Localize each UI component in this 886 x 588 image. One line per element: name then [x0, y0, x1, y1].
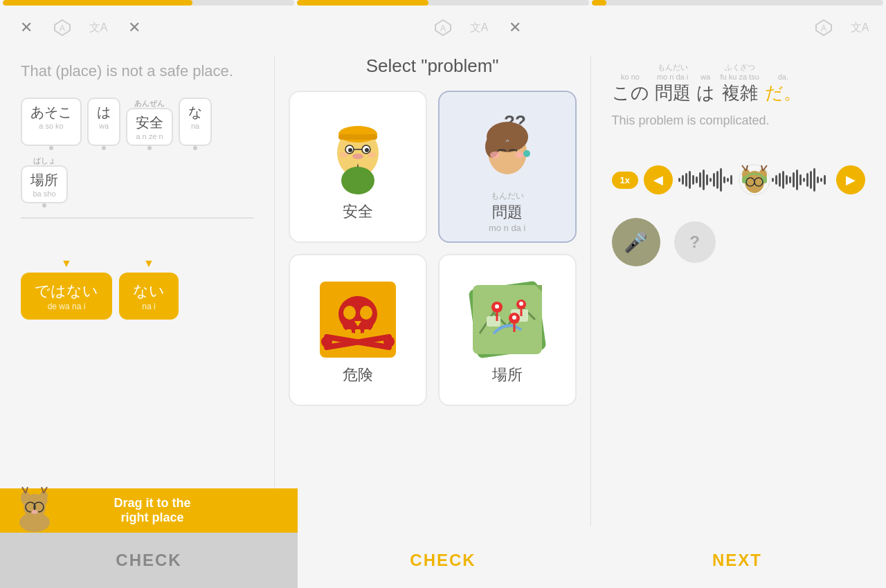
svg-point-31 — [343, 306, 356, 320]
word-chip[interactable]: なna — [179, 98, 212, 146]
progress-bars — [0, 0, 886, 6]
speed-badge[interactable]: 1x — [612, 172, 638, 189]
svg-rect-94 — [820, 178, 822, 182]
waveform — [678, 163, 831, 197]
help-button[interactable]: ? — [674, 221, 716, 263]
char-button-1[interactable]: ないna i — [119, 273, 179, 320]
image-card-anzen[interactable]: 安全 — [289, 91, 427, 243]
svg-text:A: A — [440, 24, 446, 33]
svg-rect-87 — [796, 169, 798, 190]
svg-rect-81 — [775, 175, 777, 185]
image-card-kiken[interactable]: 危険 — [289, 254, 427, 406]
svg-point-12 — [365, 148, 369, 152]
svg-rect-8 — [338, 134, 377, 140]
translate-icon-mid[interactable]: 文A — [467, 15, 491, 40]
translate-icon-left[interactable]: 文A — [86, 15, 111, 40]
svg-rect-80 — [772, 178, 774, 182]
svg-point-50 — [519, 302, 523, 306]
svg-rect-84 — [786, 175, 788, 185]
word-chip[interactable]: ばしょ場所ba sho — [21, 165, 68, 203]
toolbar-left: ✕ A 文A ✕ — [14, 15, 147, 40]
progress-bar-left — [3, 0, 294, 6]
jp-word-4: da.だ。 — [765, 73, 802, 105]
svg-rect-54 — [689, 171, 691, 189]
progress-bar-right — [592, 0, 883, 6]
svg-rect-88 — [799, 174, 802, 185]
svg-rect-65 — [727, 178, 729, 182]
svg-text:A: A — [821, 24, 826, 33]
svg-rect-34 — [355, 329, 361, 336]
svg-rect-93 — [817, 176, 819, 183]
center-panel: Select "problem" 安全 ?? — [275, 48, 590, 533]
svg-point-20 — [368, 152, 376, 158]
mic-button[interactable]: 🎤 — [612, 218, 660, 266]
toolbar-right: A 文A — [811, 15, 872, 40]
svg-rect-55 — [692, 175, 694, 185]
close-icon-left[interactable]: ✕ — [14, 15, 39, 40]
close-icon-left2[interactable]: ✕ — [122, 15, 147, 40]
svg-rect-35 — [364, 329, 370, 336]
svg-rect-82 — [779, 173, 781, 187]
svg-point-32 — [360, 306, 372, 320]
svg-point-49 — [512, 315, 516, 320]
japanese-sentence: ko noこのもんだいmo n da i問題waはふくざつfu ku za ts… — [612, 62, 865, 105]
svg-point-27 — [523, 150, 530, 157]
close-icon-mid[interactable]: ✕ — [503, 15, 527, 40]
progress-bar-mid — [297, 0, 588, 6]
svg-rect-59 — [706, 174, 708, 185]
svg-rect-60 — [709, 178, 712, 182]
hint-icon-mid[interactable]: A — [431, 15, 455, 40]
svg-rect-63 — [720, 168, 722, 192]
image-card-basho[interactable]: 場所 — [438, 254, 577, 406]
svg-rect-61 — [713, 173, 715, 187]
svg-rect-53 — [685, 173, 687, 187]
progress-bar-mid-fill — [297, 0, 428, 6]
check-button-left[interactable]: CHECK — [0, 533, 298, 588]
svg-rect-66 — [730, 175, 732, 185]
drag-hint-bar: !! Drag it to theright place — [0, 488, 298, 533]
answer-area[interactable] — [21, 217, 253, 259]
svg-rect-83 — [782, 171, 784, 189]
word-chip[interactable]: あんぜん安全a n ze n — [126, 108, 173, 146]
jp-word-3: ふくざつfu ku za tsu複雑 — [721, 62, 759, 105]
svg-rect-64 — [723, 176, 725, 183]
svg-point-19 — [340, 152, 348, 158]
svg-rect-92 — [813, 168, 815, 192]
svg-rect-33 — [346, 329, 352, 336]
play-next-btn[interactable]: ▶ — [836, 165, 865, 194]
jp-word-1: もんだいmo n da i問題 — [655, 62, 691, 105]
image-card-mondai[interactable]: ?? もんだい問題mo n da i — [438, 91, 577, 243]
right-panel: ko noこのもんだいmo n da i問題waはふくざつfu ku za ts… — [591, 48, 886, 533]
svg-point-48 — [495, 304, 499, 309]
hint-icon-left[interactable]: A — [50, 15, 75, 40]
word-chips: あそこa so koはwaあんぜん安全a n ze nなnaばしょ場所ba sh… — [21, 94, 253, 203]
svg-rect-86 — [793, 172, 795, 187]
svg-rect-95 — [824, 175, 826, 185]
translate-icon-right[interactable]: 文A — [847, 15, 872, 40]
toolbar: ✕ A 文A ✕ A 文A ✕ A 文A — [0, 7, 886, 48]
svg-rect-91 — [810, 171, 812, 189]
hint-icon-right[interactable]: A — [811, 15, 836, 40]
next-button[interactable]: NEXT — [588, 533, 886, 588]
svg-rect-56 — [696, 176, 698, 183]
word-chip[interactable]: はwa — [87, 98, 120, 146]
svg-point-26 — [515, 151, 525, 158]
svg-point-11 — [348, 148, 352, 152]
word-chip[interactable]: あそこa so ko — [21, 98, 82, 146]
play-prev-btn[interactable]: ◀ — [644, 165, 673, 194]
svg-point-108 — [31, 510, 38, 514]
svg-rect-51 — [678, 178, 680, 182]
svg-point-25 — [490, 151, 500, 158]
svg-rect-43 — [487, 316, 500, 327]
svg-text:!!: !! — [46, 495, 53, 506]
svg-point-13 — [352, 154, 363, 159]
image-grid: 安全 ?? もんだい問題mo n da i — [289, 91, 577, 406]
audio-player: 1x ◀ — [612, 163, 865, 197]
progress-bar-left-fill — [3, 0, 192, 6]
char-button-0[interactable]: ではないde wa na i — [21, 273, 112, 320]
drag-hint-text: Drag it to theright place — [62, 496, 242, 525]
action-buttons: 🎤 ? — [612, 218, 865, 266]
check-button-center[interactable]: CHECK — [298, 533, 588, 588]
panel-title: Select "problem" — [366, 55, 499, 77]
jp-word-2: waは — [696, 73, 715, 105]
